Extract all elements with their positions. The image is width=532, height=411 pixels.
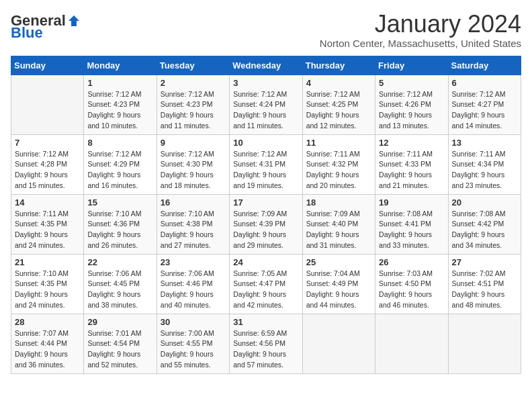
calendar-cell: 9Sunrise: 7:12 AMSunset: 4:30 PMDaylight… <box>157 134 229 194</box>
calendar-cell: 23Sunrise: 7:06 AMSunset: 4:46 PMDayligh… <box>157 254 229 314</box>
day-number: 16 <box>161 197 226 208</box>
calendar-cell: 24Sunrise: 7:05 AMSunset: 4:47 PMDayligh… <box>230 254 302 314</box>
day-number: 4 <box>306 78 371 88</box>
day-number: 22 <box>87 257 152 267</box>
day-info: Sunrise: 7:12 AMSunset: 4:24 PMDaylight:… <box>233 89 298 132</box>
day-number: 13 <box>452 138 517 148</box>
calendar-cell: 19Sunrise: 7:08 AMSunset: 4:41 PMDayligh… <box>375 194 448 254</box>
day-info: Sunrise: 7:02 AMSunset: 4:51 PMDaylight:… <box>452 269 517 311</box>
day-number: 7 <box>15 138 80 148</box>
day-info: Sunrise: 7:12 AMSunset: 4:30 PMDaylight:… <box>161 149 226 191</box>
calendar-table: SundayMondayTuesdayWednesdayThursdayFrid… <box>11 56 521 374</box>
day-number: 11 <box>306 138 371 148</box>
calendar-cell: 27Sunrise: 7:02 AMSunset: 4:51 PMDayligh… <box>448 254 521 314</box>
day-info: Sunrise: 7:12 AMSunset: 4:23 PMDaylight:… <box>161 89 226 132</box>
day-number: 28 <box>15 317 80 327</box>
logo-icon <box>67 14 81 28</box>
calendar-cell: 14Sunrise: 7:11 AMSunset: 4:35 PMDayligh… <box>11 194 84 254</box>
day-info: Sunrise: 7:00 AMSunset: 4:55 PMDaylight:… <box>161 328 226 371</box>
day-number: 12 <box>379 138 444 148</box>
weekday-header: Monday <box>84 56 157 75</box>
day-info: Sunrise: 7:09 AMSunset: 4:40 PMDaylight:… <box>306 209 371 251</box>
day-number: 27 <box>452 257 517 267</box>
day-number: 10 <box>233 138 298 148</box>
day-number: 21 <box>15 257 80 267</box>
day-number: 29 <box>87 317 152 327</box>
day-info: Sunrise: 7:06 AMSunset: 4:45 PMDaylight:… <box>87 269 152 311</box>
weekday-header: Friday <box>375 56 448 75</box>
day-number: 15 <box>87 197 152 208</box>
calendar-cell: 15Sunrise: 7:10 AMSunset: 4:36 PMDayligh… <box>84 194 157 254</box>
weekday-header: Wednesday <box>230 56 302 75</box>
day-info: Sunrise: 7:11 AMSunset: 4:32 PMDaylight:… <box>306 149 371 191</box>
day-number: 9 <box>161 138 226 148</box>
day-info: Sunrise: 7:11 AMSunset: 4:34 PMDaylight:… <box>452 149 517 191</box>
title-block: January 2024 Norton Center, Massachusett… <box>320 11 521 49</box>
day-number: 31 <box>233 317 298 327</box>
day-info: Sunrise: 7:07 AMSunset: 4:44 PMDaylight:… <box>15 328 80 371</box>
day-info: Sunrise: 7:09 AMSunset: 4:39 PMDaylight:… <box>233 209 298 251</box>
day-info: Sunrise: 7:12 AMSunset: 4:23 PMDaylight:… <box>87 89 152 132</box>
weekday-header-row: SundayMondayTuesdayWednesdayThursdayFrid… <box>11 56 521 75</box>
calendar-cell: 4Sunrise: 7:12 AMSunset: 4:25 PMDaylight… <box>302 75 375 134</box>
day-number: 18 <box>306 197 371 208</box>
day-number: 19 <box>379 197 444 208</box>
day-info: Sunrise: 7:12 AMSunset: 4:26 PMDaylight:… <box>379 89 444 132</box>
calendar-cell: 30Sunrise: 7:00 AMSunset: 4:55 PMDayligh… <box>157 314 229 373</box>
calendar-cell: 3Sunrise: 7:12 AMSunset: 4:24 PMDaylight… <box>230 75 302 134</box>
calendar-cell: 10Sunrise: 7:12 AMSunset: 4:31 PMDayligh… <box>230 134 302 194</box>
calendar-cell: 7Sunrise: 7:12 AMSunset: 4:28 PMDaylight… <box>11 134 84 194</box>
day-info: Sunrise: 7:12 AMSunset: 4:29 PMDaylight:… <box>87 149 152 191</box>
calendar-cell: 1Sunrise: 7:12 AMSunset: 4:23 PMDaylight… <box>84 75 157 134</box>
calendar-cell: 20Sunrise: 7:08 AMSunset: 4:42 PMDayligh… <box>448 194 521 254</box>
calendar-cell: 25Sunrise: 7:04 AMSunset: 4:49 PMDayligh… <box>302 254 375 314</box>
day-number: 8 <box>87 138 152 148</box>
calendar-cell: 21Sunrise: 7:10 AMSunset: 4:35 PMDayligh… <box>11 254 84 314</box>
page-header: General Blue January 2024 Norton Center,… <box>11 11 521 49</box>
calendar-cell: 5Sunrise: 7:12 AMSunset: 4:26 PMDaylight… <box>375 75 448 134</box>
calendar-cell: 28Sunrise: 7:07 AMSunset: 4:44 PMDayligh… <box>11 314 84 373</box>
svg-marker-0 <box>69 15 79 26</box>
calendar-cell: 6Sunrise: 7:12 AMSunset: 4:27 PMDaylight… <box>448 75 521 134</box>
calendar-cell: 12Sunrise: 7:11 AMSunset: 4:33 PMDayligh… <box>375 134 448 194</box>
day-info: Sunrise: 7:03 AMSunset: 4:50 PMDaylight:… <box>379 269 444 311</box>
calendar-cell: 11Sunrise: 7:11 AMSunset: 4:32 PMDayligh… <box>302 134 375 194</box>
calendar-subtitle: Norton Center, Massachusetts, United Sta… <box>320 38 521 49</box>
day-number: 23 <box>161 257 226 267</box>
calendar-cell: 16Sunrise: 7:10 AMSunset: 4:38 PMDayligh… <box>157 194 229 254</box>
day-number: 25 <box>306 257 371 267</box>
day-number: 3 <box>233 78 298 88</box>
day-number: 5 <box>379 78 444 88</box>
day-info: Sunrise: 7:10 AMSunset: 4:38 PMDaylight:… <box>161 209 226 251</box>
calendar-cell: 2Sunrise: 7:12 AMSunset: 4:23 PMDaylight… <box>157 75 229 134</box>
day-info: Sunrise: 7:01 AMSunset: 4:54 PMDaylight:… <box>87 328 152 371</box>
day-number: 1 <box>87 78 152 88</box>
weekday-header: Thursday <box>302 56 375 75</box>
weekday-header: Sunday <box>11 56 84 75</box>
calendar-cell: 26Sunrise: 7:03 AMSunset: 4:50 PMDayligh… <box>375 254 448 314</box>
calendar-cell <box>448 314 521 373</box>
day-info: Sunrise: 7:11 AMSunset: 4:35 PMDaylight:… <box>15 209 80 251</box>
day-info: Sunrise: 7:05 AMSunset: 4:47 PMDaylight:… <box>233 269 298 311</box>
day-info: Sunrise: 7:08 AMSunset: 4:41 PMDaylight:… <box>379 209 444 251</box>
calendar-cell: 31Sunrise: 6:59 AMSunset: 4:56 PMDayligh… <box>230 314 302 373</box>
day-info: Sunrise: 7:10 AMSunset: 4:36 PMDaylight:… <box>87 209 152 251</box>
day-number: 14 <box>15 197 80 208</box>
calendar-cell: 17Sunrise: 7:09 AMSunset: 4:39 PMDayligh… <box>230 194 302 254</box>
calendar-cell <box>302 314 375 373</box>
day-info: Sunrise: 7:04 AMSunset: 4:49 PMDaylight:… <box>306 269 371 311</box>
calendar-cell: 22Sunrise: 7:06 AMSunset: 4:45 PMDayligh… <box>84 254 157 314</box>
day-info: Sunrise: 6:59 AMSunset: 4:56 PMDaylight:… <box>233 328 298 371</box>
day-info: Sunrise: 7:12 AMSunset: 4:25 PMDaylight:… <box>306 89 371 132</box>
day-info: Sunrise: 7:12 AMSunset: 4:31 PMDaylight:… <box>233 149 298 191</box>
day-number: 24 <box>233 257 298 267</box>
calendar-cell <box>375 314 448 373</box>
day-number: 26 <box>379 257 444 267</box>
weekday-header: Saturday <box>448 56 521 75</box>
day-number: 30 <box>161 317 226 327</box>
calendar-week-row: 21Sunrise: 7:10 AMSunset: 4:35 PMDayligh… <box>11 254 521 314</box>
day-info: Sunrise: 7:10 AMSunset: 4:35 PMDaylight:… <box>15 269 80 311</box>
day-number: 2 <box>161 78 226 88</box>
logo: General Blue <box>11 13 81 40</box>
calendar-title: January 2024 <box>320 11 521 38</box>
